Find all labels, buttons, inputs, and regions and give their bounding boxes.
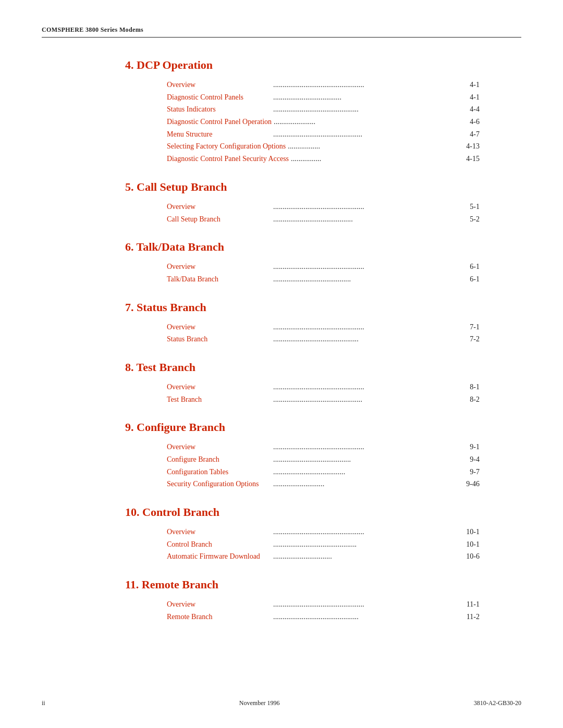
toc-entry-label[interactable]: Diagnostic Control Panel Security Access <box>167 153 289 165</box>
chapter-title-ch6: 6. Talk/Data Branch <box>125 240 521 254</box>
toc-page-number: 8-2 <box>459 394 480 405</box>
toc-dots: ........................... <box>273 478 457 490</box>
toc-page-number: 10-6 <box>459 551 480 562</box>
toc-dots: ................. <box>288 141 457 152</box>
toc-dots: ........................................… <box>273 454 457 465</box>
chapter-number: 9. <box>125 421 134 434</box>
toc-dots: ................ <box>291 153 457 165</box>
toc-entry: Overview ...............................… <box>167 261 480 273</box>
toc-page-number: 5-1 <box>459 201 480 213</box>
chapter-title-ch7: 7. Status Branch <box>125 301 521 314</box>
toc-entry-label[interactable]: Overview <box>167 261 271 273</box>
toc-entry-label[interactable]: Call Setup Branch <box>167 214 271 225</box>
toc-entry-label[interactable]: Overview <box>167 79 271 91</box>
toc-entry: Menu Structure .........................… <box>167 129 480 140</box>
toc-entries-ch7: Overview ...............................… <box>167 322 480 345</box>
toc-page-number: 10-1 <box>459 539 480 550</box>
toc-entry: Security Configuration Options .........… <box>167 478 480 490</box>
toc-entry: Call Setup Branch ......................… <box>167 214 480 225</box>
toc-dots: ........................................… <box>273 611 457 623</box>
toc-page-number: 9-1 <box>459 441 480 453</box>
toc-dots: ........................................… <box>273 79 457 91</box>
toc-entry: Status Branch ..........................… <box>167 334 480 345</box>
toc-page-number: 8-1 <box>459 381 480 393</box>
toc-entries-ch10: Overview ...............................… <box>167 526 480 562</box>
toc-dots: ........................................… <box>273 381 457 393</box>
toc-entry: Diagnostic Control Panel Operation .....… <box>167 116 480 128</box>
content-area: 4. DCP OperationOverview ...............… <box>42 58 521 623</box>
toc-entry: Test Branch ............................… <box>167 394 480 405</box>
toc-entry: Overview ...............................… <box>167 322 480 333</box>
chapter-ch9: 9. Configure BranchOverview ............… <box>42 421 521 490</box>
header-bar: COMSPHERE 3800 Series Modems <box>42 26 521 38</box>
toc-entry: Automatic Firmware Download ............… <box>167 551 480 562</box>
chapter-number: 8. <box>125 361 134 374</box>
toc-entry: Configuration Tables ...................… <box>167 466 480 478</box>
toc-dots: ............................... <box>273 551 457 562</box>
toc-page-number: 4-7 <box>459 129 480 140</box>
toc-page-number: 11-2 <box>459 611 480 623</box>
toc-entry: Talk/Data Branch .......................… <box>167 274 480 285</box>
toc-entry-label[interactable]: Configure Branch <box>167 454 271 465</box>
toc-entry-label[interactable]: Overview <box>167 201 271 213</box>
chapter-ch11: 11. Remote BranchOverview ..............… <box>42 578 521 622</box>
toc-page-number: 6-1 <box>459 261 480 273</box>
toc-entry-label[interactable]: Configuration Tables <box>167 466 271 478</box>
toc-entry-label[interactable]: Overview <box>167 441 271 453</box>
toc-entry: Overview ...............................… <box>167 526 480 538</box>
toc-page-number: 7-1 <box>459 322 480 333</box>
chapter-ch6: 6. Talk/Data BranchOverview ............… <box>42 240 521 285</box>
toc-entries-ch11: Overview ...............................… <box>167 599 480 622</box>
toc-entry-label[interactable]: Automatic Firmware Download <box>167 551 271 562</box>
toc-entry-label[interactable]: Remote Branch <box>167 611 271 623</box>
toc-entry-label[interactable]: Diagnostic Control Panels <box>167 92 271 103</box>
toc-page-number: 9-46 <box>459 478 480 490</box>
toc-entry-label[interactable]: Status Branch <box>167 334 271 345</box>
toc-dots: ........................................… <box>273 274 457 285</box>
toc-entry-label[interactable]: Menu Structure <box>167 129 271 140</box>
toc-dots: ........................................… <box>273 394 457 405</box>
toc-entry-label[interactable]: Control Branch <box>167 539 271 550</box>
toc-entries-ch6: Overview ...............................… <box>167 261 480 285</box>
toc-dots: ........................................… <box>273 441 457 453</box>
toc-page-number: 4-4 <box>459 104 480 115</box>
toc-entry-label[interactable]: Talk/Data Branch <box>167 274 271 285</box>
toc-entry-label[interactable]: Overview <box>167 599 271 610</box>
toc-dots: .................................... <box>273 92 457 103</box>
toc-page-number: 4-6 <box>459 116 480 128</box>
toc-entries-ch5: Overview ...............................… <box>167 201 480 225</box>
toc-page-number: 4-1 <box>459 92 480 103</box>
toc-dots: ........................................… <box>273 539 457 550</box>
toc-page-number: 9-7 <box>459 466 480 478</box>
toc-entry-label[interactable]: Overview <box>167 322 271 333</box>
toc-entry-label[interactable]: Status Indicators <box>167 104 271 115</box>
chapter-number: 11. <box>125 578 139 591</box>
toc-entry-label[interactable]: Security Configuration Options <box>167 478 271 490</box>
chapter-ch8: 8. Test BranchOverview .................… <box>42 361 521 405</box>
toc-page-number: 5-2 <box>459 214 480 225</box>
toc-entry-label[interactable]: Overview <box>167 381 271 393</box>
toc-page-number: 4-1 <box>459 79 480 91</box>
toc-entry-label[interactable]: Overview <box>167 526 271 538</box>
chapter-title-ch5: 5. Call Setup Branch <box>125 180 521 194</box>
toc-dots: ...................................... <box>273 466 457 478</box>
toc-dots: ...................... <box>274 116 457 128</box>
toc-page-number: 10-1 <box>459 526 480 538</box>
chapter-title-ch9: 9. Configure Branch <box>125 421 521 434</box>
header-title: COMSPHERE 3800 Series Modems <box>42 26 143 34</box>
toc-dots: ........................................… <box>273 599 457 610</box>
toc-page-number: 9-4 <box>459 454 480 465</box>
chapter-ch7: 7. Status BranchOverview ...............… <box>42 301 521 345</box>
toc-dots: ........................................… <box>273 334 457 345</box>
chapter-number: 5. <box>125 180 134 193</box>
toc-entry-label[interactable]: Test Branch <box>167 394 271 405</box>
chapter-ch10: 10. Control BranchOverview .............… <box>42 505 521 562</box>
chapter-title-ch4: 4. DCP Operation <box>125 58 521 72</box>
toc-dots: ........................................… <box>273 322 457 333</box>
chapter-number: 10. <box>125 505 140 519</box>
toc-entry-label[interactable]: Selecting Factory Configuration Options <box>167 141 286 152</box>
toc-entry-label[interactable]: Diagnostic Control Panel Operation <box>167 116 272 128</box>
toc-dots: ........................................… <box>273 214 457 225</box>
toc-dots: ........................................… <box>273 201 457 213</box>
toc-entries-ch8: Overview ...............................… <box>167 381 480 405</box>
